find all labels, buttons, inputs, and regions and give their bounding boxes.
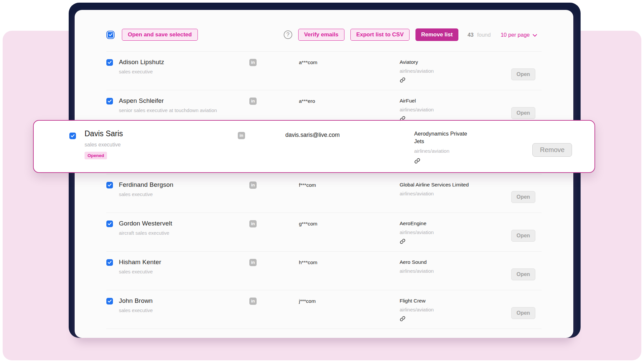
open-contact-button[interactable]: Open [511, 230, 535, 242]
linkedin-icon[interactable]: in [249, 298, 257, 305]
open-contact-button[interactable]: Open [511, 307, 535, 319]
app-stage: Open and save selected ? Verify emails E… [0, 0, 644, 363]
results-count-label: found [477, 32, 491, 38]
verify-emails-button[interactable]: Verify emails [298, 29, 344, 41]
contact-email: a***com [299, 59, 400, 90]
company-cell: Aerodynamics Private Jets airlines/aviat… [414, 130, 480, 165]
help-icon[interactable]: ? [284, 30, 292, 39]
results-count-number: 43 [468, 32, 474, 38]
contact-list: Adison Lipshutz sales executive in a***c… [106, 51, 542, 329]
row-checkbox[interactable] [106, 182, 113, 188]
expanded-contact-row[interactable]: Davis Saris sales executive Opened in da… [33, 120, 595, 173]
checkmark-icon [71, 133, 75, 139]
company-industry: airlines/aviation [414, 148, 480, 154]
per-page-select[interactable]: 10 per page [501, 32, 537, 38]
checkmark-icon [108, 98, 112, 104]
contact-row[interactable]: Hisham Kenter sales executive in h***com… [106, 252, 542, 290]
company-industry: airlines/aviation [400, 191, 511, 196]
row-checkbox[interactable] [106, 221, 113, 227]
select-all-checkbox[interactable] [106, 31, 115, 39]
contact-title: sales executive [119, 269, 249, 274]
contact-name: Adison Lipshutz [119, 59, 249, 66]
contact-row[interactable]: John Brown sales executive in j***com Fl… [106, 290, 542, 329]
remove-list-button[interactable]: Remove list [415, 28, 458, 41]
status-badge: Opened [85, 152, 107, 159]
company-name: Aero Sound [400, 259, 469, 265]
company-industry: airlines/aviation [400, 68, 511, 74]
contact-title: aircraft sales executive [119, 230, 249, 236]
contact-email: g***com [299, 220, 400, 251]
open-contact-button[interactable]: Open [511, 191, 535, 203]
chevron-down-icon [530, 32, 537, 38]
contact-list-top: Adison Lipshutz sales executive in a***c… [106, 52, 542, 129]
remove-contact-button[interactable]: Remove [532, 143, 572, 157]
contact-email: h***com [299, 259, 400, 290]
contact-title: sales executive [119, 307, 249, 313]
linkedin-icon[interactable]: in [238, 132, 245, 139]
contact-list-bottom: Ferdinand Bergson sales executive in f**… [106, 174, 542, 329]
contact-name: Aspen Schleifer [119, 97, 249, 104]
checkmark-icon [108, 260, 112, 265]
company-name: AirFuel [400, 97, 469, 104]
company-link-icon[interactable] [400, 77, 406, 84]
company-industry: airlines/aviation [400, 268, 511, 274]
row-checkbox[interactable] [106, 259, 113, 266]
contact-title: senior sales executive at touchdown avia… [119, 107, 249, 113]
open-contact-button[interactable]: Open [511, 268, 535, 280]
row-checkbox[interactable] [106, 98, 113, 104]
company-name: Aviatory [400, 59, 469, 65]
row-checkbox[interactable] [69, 133, 76, 139]
contact-email: j***com [299, 297, 400, 329]
checkmark-icon [109, 32, 113, 38]
open-and-save-selected-button[interactable]: Open and save selected [122, 29, 198, 41]
select-all-checkbox-box[interactable] [108, 32, 113, 38]
company-name: Global Airline Services Limited [400, 181, 469, 188]
open-contact-button[interactable]: Open [511, 68, 535, 80]
linkedin-icon[interactable]: in [249, 59, 257, 66]
open-contact-button[interactable]: Open [511, 107, 535, 119]
company-industry: airlines/aviation [400, 107, 511, 112]
contact-email: f***com [299, 181, 400, 213]
contact-email: davis.saris@live.com [285, 132, 340, 139]
contact-title: sales executive [85, 142, 121, 148]
company-name: Flight Crew [400, 297, 469, 304]
contact-title: sales executive [119, 69, 249, 74]
company-name: AeroEngine [400, 220, 469, 227]
toolbar-left-group: Open and save selected [106, 29, 198, 41]
linkedin-icon[interactable]: in [249, 259, 257, 266]
contact-name: Davis Saris [85, 129, 123, 138]
company-link-icon[interactable] [400, 316, 406, 323]
toolbar-right-group: ? Verify emails Export list to CSV Remov… [284, 28, 542, 41]
linkedin-icon[interactable]: in [249, 182, 257, 189]
linkedin-icon[interactable]: in [249, 220, 257, 227]
checkmark-icon [108, 298, 112, 304]
contact-row[interactable]: Adison Lipshutz sales executive in a***c… [106, 52, 542, 90]
contact-row[interactable]: Gordon Westervelt aircraft sales executi… [106, 213, 542, 252]
contact-name: Hisham Kenter [119, 259, 249, 266]
toolbar: Open and save selected ? Verify emails E… [106, 28, 542, 41]
contact-title: sales executive [119, 191, 249, 197]
checkmark-icon [108, 60, 112, 65]
company-industry: airlines/aviation [400, 229, 511, 235]
company-link-icon[interactable] [400, 238, 406, 246]
checkmark-icon [108, 221, 112, 227]
checkmark-icon [108, 182, 112, 188]
results-count: 43 found [468, 32, 491, 38]
per-page-label: 10 per page [501, 32, 530, 38]
row-checkbox[interactable] [106, 59, 113, 66]
company-industry: airlines/aviation [400, 307, 511, 312]
company-link-icon[interactable] [414, 158, 420, 165]
contact-row[interactable]: Ferdinand Bergson sales executive in f**… [106, 174, 542, 213]
row-checkbox[interactable] [106, 298, 113, 304]
contact-name: Ferdinand Bergson [119, 181, 249, 188]
export-csv-button[interactable]: Export list to CSV [350, 29, 410, 41]
company-name: Aerodynamics Private Jets [414, 130, 477, 145]
contacts-card: Open and save selected ? Verify emails E… [75, 10, 573, 338]
linkedin-icon[interactable]: in [249, 98, 257, 105]
contact-name: John Brown [119, 297, 249, 304]
contact-name: Gordon Westervelt [119, 220, 249, 227]
